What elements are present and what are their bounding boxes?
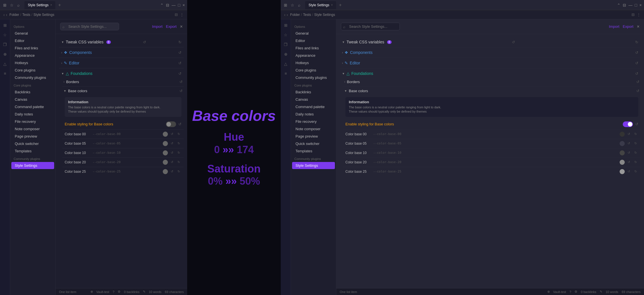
right-color-00-reset2[interactable]: ↻ (633, 131, 638, 137)
right-color-25-swatch[interactable] (620, 169, 625, 174)
right-nav-icon-4[interactable]: ⊕ (282, 50, 290, 58)
left-core-templates[interactable]: Templates (11, 148, 54, 155)
left-core-page[interactable]: Page preview (11, 133, 54, 140)
right-settings-hotkeys[interactable]: Hotkeys (292, 59, 335, 66)
left-color-25-reset2[interactable]: ↻ (176, 169, 181, 174)
left-core-backlinks[interactable]: Backlinks (11, 88, 54, 96)
right-color-00-swatch[interactable] (620, 132, 625, 137)
left-import-link[interactable]: Import (152, 24, 162, 29)
right-close-btn[interactable]: × (637, 24, 639, 29)
right-comp-reset[interactable]: ↺ (635, 50, 638, 55)
right-color-05-reset1[interactable]: ↺ (626, 141, 632, 146)
right-color-25-reset2[interactable]: ↻ (633, 169, 638, 174)
left-community-style[interactable]: Style Settings (11, 162, 54, 169)
right-editor-header[interactable]: › ✎ Editor ↺ (340, 58, 641, 68)
right-color-00-reset1[interactable]: ↺ (626, 131, 632, 137)
right-split-view-icon[interactable]: ⊟ (632, 12, 635, 17)
left-tab-add[interactable]: + (56, 2, 63, 8)
left-settings-hotkeys[interactable]: Hotkeys (11, 59, 54, 66)
right-core-file-recovery[interactable]: File recovery (292, 118, 335, 125)
left-color-00-reset1[interactable]: ↺ (169, 131, 175, 137)
left-components-header[interactable]: › ❖ Components ↺ (59, 48, 184, 57)
left-color-20-reset2[interactable]: ↻ (176, 159, 181, 165)
left-color-10-swatch[interactable] (163, 150, 168, 155)
left-settings-files[interactable]: Files and links (11, 45, 54, 52)
left-core-note[interactable]: Note composer (11, 125, 54, 132)
left-editor-header[interactable]: › ✎ Editor ↺ (59, 58, 184, 68)
right-color-25-reset1[interactable]: ↺ (626, 169, 632, 174)
right-back-button[interactable]: ‹ (284, 12, 286, 17)
left-color-05-reset2[interactable]: ↻ (176, 141, 181, 146)
right-tab-maximize-icon[interactable]: □ (635, 3, 637, 7)
right-editor-reset[interactable]: ↺ (635, 61, 638, 65)
left-color-00-reset2[interactable]: ↻ (176, 131, 181, 137)
left-settings-editor[interactable]: Editor (11, 37, 54, 44)
right-color-05-swatch[interactable] (620, 141, 625, 146)
more-options-icon[interactable]: ⋮ (180, 12, 184, 17)
left-color-05-reset1[interactable]: ↺ (169, 141, 175, 146)
right-settings-editor[interactable]: Editor (292, 37, 335, 44)
right-settings-community[interactable]: Community plugins (292, 74, 335, 81)
right-color-05-reset2[interactable]: ↻ (633, 141, 638, 146)
forward-button[interactable]: › (6, 12, 7, 17)
right-tweak-reset1[interactable]: ↺ (512, 40, 515, 44)
search-icon[interactable]: ⌕ (16, 3, 21, 8)
right-core-templates[interactable]: Templates (292, 148, 335, 155)
right-color-20-swatch[interactable] (620, 160, 625, 165)
right-community-style[interactable]: Style Settings (292, 162, 335, 169)
right-color-10-reset2[interactable]: ↻ (633, 150, 638, 156)
left-close-btn[interactable]: × (180, 24, 183, 29)
sidebar-toggle-icon[interactable]: ⊞ (2, 3, 7, 8)
back-button[interactable]: ‹ (3, 12, 5, 17)
left-base-reset[interactable]: ↺ (180, 89, 183, 93)
left-color-05-swatch[interactable] (163, 141, 168, 146)
right-core-backlinks[interactable]: Backlinks (292, 88, 335, 96)
right-nav-icon-3[interactable]: ❐ (282, 41, 290, 48)
left-core-command[interactable]: Command palette (11, 103, 54, 110)
right-settings-core[interactable]: Core plugins (292, 67, 335, 74)
left-enable-reset[interactable]: ↺ (178, 122, 181, 126)
nav-icon-5[interactable]: △ (1, 60, 9, 68)
right-nav-icon-1[interactable]: ⊞ (282, 22, 290, 29)
breadcrumb-folder[interactable]: Folder (9, 13, 19, 17)
left-foundations-header[interactable]: ▼ △ Foundations ↺ (59, 69, 184, 78)
right-settings-files[interactable]: Files and links (292, 45, 335, 52)
right-import-link[interactable]: Import (609, 24, 619, 29)
right-tab-close[interactable]: × (331, 3, 333, 7)
left-settings-core[interactable]: Core plugins (11, 67, 54, 74)
left-core-canvas[interactable]: Canvas (11, 96, 54, 103)
left-editor-reset[interactable]: ↺ (178, 61, 181, 65)
left-color-20-swatch[interactable] (163, 160, 168, 165)
left-core-quick[interactable]: Quick switcher (11, 140, 54, 147)
right-more-options-icon[interactable]: ⋮ (637, 12, 641, 17)
right-color-10-swatch[interactable] (620, 150, 625, 155)
right-nav-icon-5[interactable]: △ (282, 60, 290, 68)
nav-icon-1[interactable]: ⊞ (1, 22, 9, 29)
nav-icon-6[interactable]: ≡ (1, 70, 9, 77)
right-base-reset[interactable]: ↺ (636, 89, 639, 93)
right-core-quick[interactable]: Quick switcher (292, 140, 335, 147)
tab-collapse-icon[interactable]: ⌃ (160, 3, 164, 7)
right-found-reset[interactable]: ↺ (635, 71, 638, 76)
left-tweak-header[interactable]: ▼ Tweak CSS variables 8 ↺ ↻ (59, 37, 184, 47)
right-tab-window-close-icon[interactable]: × (639, 3, 642, 7)
right-breadcrumb-folder[interactable]: Folder (290, 13, 300, 17)
nav-icon-4[interactable]: ⊕ (1, 50, 9, 58)
right-settings-appearance[interactable]: Appearance (292, 52, 335, 59)
left-settings-community[interactable]: Community plugins (11, 74, 54, 81)
right-tab-layout-icon[interactable]: ⊟ (623, 3, 626, 7)
right-tab-collapse-icon[interactable]: ⌃ (617, 3, 620, 7)
right-nav-icon-2[interactable]: ☆ (282, 31, 290, 39)
left-core-file-recovery[interactable]: File recovery (11, 118, 54, 125)
left-color-20-reset1[interactable]: ↺ (169, 159, 175, 165)
left-tab-close[interactable]: × (50, 3, 52, 7)
right-components-header[interactable]: › ❖ Components ↺ (340, 48, 641, 57)
right-tab-add[interactable]: + (337, 2, 343, 8)
right-foundations-header[interactable]: ▼ △ Foundations ↺ (340, 69, 641, 78)
right-settings-icon[interactable]: ⚙ (575, 290, 577, 294)
right-breadcrumb-tests[interactable]: Tests (303, 13, 311, 17)
left-borders-reset[interactable]: ↺ (180, 80, 183, 84)
right-enable-reset[interactable]: ↺ (635, 122, 638, 126)
nav-icon-2[interactable]: ☆ (1, 31, 9, 39)
left-tweak-reset1[interactable]: ↺ (143, 40, 146, 44)
